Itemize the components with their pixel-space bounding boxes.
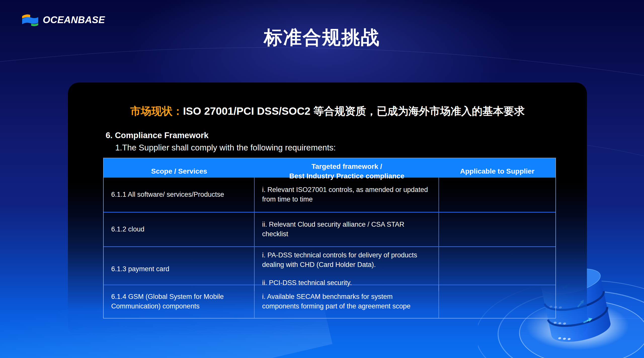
market-status-label: 市场现状： [130, 105, 183, 117]
cell-compliance: i. Available SECAM benchmarks for system… [255, 285, 439, 318]
content-panel: 市场现状：ISO 27001/PCI DSS/SOC2 等合规资质，已成为海外市… [68, 83, 587, 337]
framework-subheading: 1.The Supplier shall comply with the fol… [106, 143, 336, 153]
compliance-framework-block: 6. Compliance Framework 1.The Supplier s… [106, 130, 336, 152]
table-row: 6.1.1 All software/ services/Productse i… [104, 178, 555, 212]
cell-applicable [439, 213, 555, 246]
slide-canvas: OCEANBASE 标准合规挑战 市场现状：ISO 27001/PCI DSS/… [0, 0, 644, 358]
oceanbase-wordmark: OCEANBASE [43, 15, 105, 25]
table-row: 6.1.3 payment card i. PA-DSS technical c… [104, 246, 555, 285]
cell-compliance: i. Relevant ISO27001 controls, as amende… [255, 178, 439, 212]
cell-compliance: i. PA-DSS technical controls for deliver… [255, 247, 439, 291]
cell-scope: 6.1.4 GSM (Global System for Mobile Comm… [104, 285, 255, 318]
table-header-row: Scope / Services Targeted framework / Be… [104, 158, 555, 178]
compliance-table: Scope / Services Targeted framework / Be… [103, 158, 556, 319]
framework-heading: 6. Compliance Framework [106, 130, 336, 140]
market-status-line: 市场现状：ISO 27001/PCI DSS/SOC2 等合规资质，已成为海外市… [68, 104, 587, 118]
table-row: 6.1.2 cloud ii. Relevant Cloud security … [104, 212, 555, 246]
market-status-text: ISO 27001/PCI DSS/SOC2 等合规资质，已成为海外市场准入的基… [183, 105, 525, 117]
cell-scope: 6.1.2 cloud [104, 213, 255, 246]
cell-applicable [439, 247, 555, 291]
cell-applicable [439, 285, 555, 318]
cell-scope: 6.1.3 payment card [104, 247, 255, 291]
cell-scope: 6.1.1 All software/ services/Productse [104, 178, 255, 212]
cell-compliance: ii. Relevant Cloud security alliance / C… [255, 213, 439, 246]
page-title: 标准合规挑战 [0, 25, 644, 50]
table-row: 6.1.4 GSM (Global System for Mobile Comm… [104, 285, 555, 318]
cell-applicable [439, 178, 555, 212]
